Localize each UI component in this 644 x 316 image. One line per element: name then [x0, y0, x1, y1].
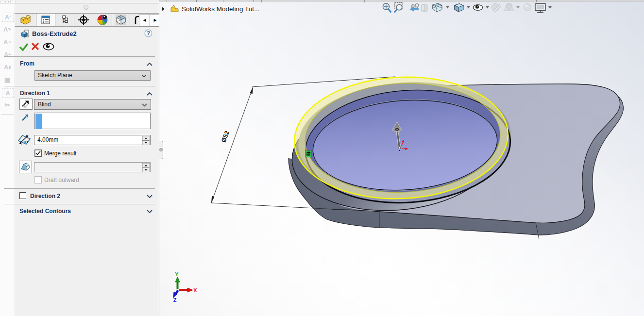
- svg-text:Y: Y: [175, 271, 179, 277]
- svg-text:X: X: [193, 287, 197, 293]
- svg-text:?: ?: [147, 30, 150, 36]
- svg-text:SolidWorks Modeling Tut...: SolidWorks Modeling Tut...: [182, 5, 259, 13]
- svg-text:D1: D1: [24, 140, 29, 144]
- svg-text:Z: Z: [173, 297, 177, 303]
- svg-text:Ø52: Ø52: [220, 130, 231, 143]
